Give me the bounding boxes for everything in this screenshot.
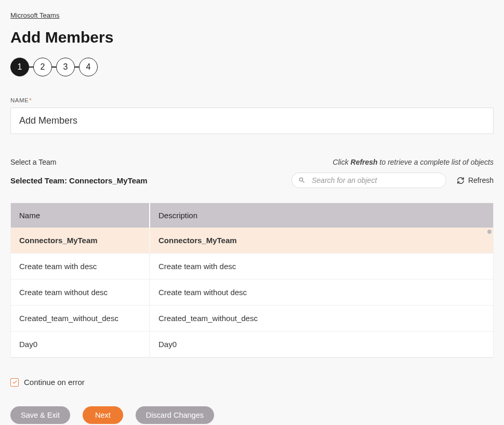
cell-name: Connectors_MyTeam [11,228,150,253]
table-body: Connectors_MyTeamConnectors_MyTeamCreate… [11,228,493,357]
select-team-label: Select a Team [10,158,56,166]
page-title: Add Members [10,29,494,46]
step-1[interactable]: 1 [10,58,29,76]
checkmark-icon [12,379,18,385]
cell-description: Day0 [150,331,493,357]
breadcrumb-link[interactable]: Microsoft Teams [10,11,59,19]
refresh-button[interactable]: Refresh [457,176,494,184]
continue-on-error-checkbox[interactable] [10,378,19,387]
save-exit-button[interactable]: Save & Exit [10,406,70,424]
name-label: NAME* [10,97,494,103]
cell-description: Created_team_without_desc [150,306,493,331]
cell-name: Create team with desc [11,254,150,279]
table-row[interactable]: Create team without descCreate team with… [11,280,493,306]
cell-description: Connectors_MyTeam [150,228,493,253]
table-row[interactable]: Create team with descCreate team with de… [11,254,493,280]
selected-team-label: Selected Team: Connectors_MyTeam [10,176,148,185]
cell-name: Created_team_without_desc [11,306,150,331]
step-connector [52,67,56,68]
cell-name: Create team without desc [11,280,150,305]
next-button[interactable]: Next [83,406,123,424]
table-row[interactable]: Day0Day0 [11,331,493,357]
discard-changes-button[interactable]: Discard Changes [136,406,214,424]
team-table: Name Description Connectors_MyTeamConnec… [10,203,494,358]
refresh-icon [457,177,465,184]
step-connector [75,67,79,68]
table-header: Name Description [11,203,493,228]
cell-name: Day0 [11,331,150,357]
step-3[interactable]: 3 [56,58,75,76]
table-row[interactable]: Connectors_MyTeamConnectors_MyTeam [11,228,493,254]
column-header-name[interactable]: Name [11,203,150,228]
column-header-description[interactable]: Description [150,203,493,228]
continue-on-error-label: Continue on error [24,378,85,387]
scrollbar-thumb[interactable] [487,230,492,234]
step-2[interactable]: 2 [33,58,52,76]
cell-description: Create team without desc [150,280,493,305]
search-icon [298,177,306,184]
step-connector [29,67,33,68]
name-input[interactable] [10,108,494,134]
stepper: 1 2 3 4 [10,58,494,76]
search-input[interactable] [291,172,446,188]
cell-description: Create team with desc [150,254,493,279]
refresh-helper-text: Click Refresh to retrieve a complete lis… [333,158,494,166]
refresh-label: Refresh [468,176,494,184]
required-indicator: * [29,97,32,103]
table-row[interactable]: Created_team_without_descCreated_team_wi… [11,306,493,331]
step-4[interactable]: 4 [79,58,98,76]
